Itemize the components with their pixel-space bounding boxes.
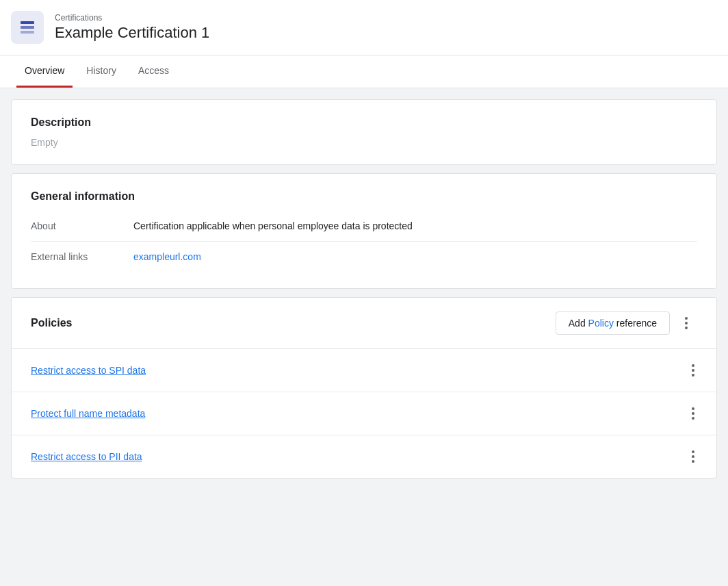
description-title: Description (31, 116, 697, 129)
policies-more-button[interactable] (675, 312, 697, 334)
add-button-prefix: Add (569, 318, 588, 329)
external-links-label: External links (31, 251, 106, 262)
policy-more-icon-fullname[interactable] (689, 405, 697, 422)
tab-access[interactable]: Access (130, 55, 177, 88)
add-policy-reference-button[interactable]: Add Policy reference (556, 311, 670, 335)
policy-item-fullname: Protect full name metadata (12, 392, 716, 435)
info-row-external-links: External links exampleurl.com (31, 242, 697, 272)
description-value: Empty (31, 137, 697, 148)
app-icon (11, 11, 44, 44)
policy-link-fullname[interactable]: Protect full name metadata (31, 408, 145, 419)
general-info-title: General information (31, 190, 697, 203)
main-content: Description Empty General information Ab… (0, 88, 728, 489)
svg-rect-1 (21, 26, 34, 29)
header-text: Certifications Example Certification 1 (55, 13, 209, 42)
more-dots-icon (682, 314, 690, 332)
description-card: Description Empty (11, 99, 717, 165)
about-value: Certification applicable when personal e… (133, 220, 413, 231)
policy-link-spi[interactable]: Restrict access to SPI data (31, 365, 146, 376)
about-label: About (31, 220, 106, 231)
page-header: Certifications Example Certification 1 (0, 0, 728, 55)
policies-header: Policies Add Policy reference (12, 298, 716, 349)
svg-rect-2 (21, 31, 34, 34)
info-row-about: About Certification applicable when pers… (31, 211, 697, 242)
policy-item-spi: Restrict access to SPI data (12, 349, 716, 392)
policies-title: Policies (31, 317, 72, 329)
page-title: Example Certification 1 (55, 24, 209, 42)
tabs-bar: Overview History Access (0, 55, 728, 88)
breadcrumb: Certifications (55, 13, 209, 23)
general-info-card: General information About Certification … (11, 173, 717, 289)
policies-actions: Add Policy reference (556, 311, 697, 335)
policies-card: Policies Add Policy reference Restrict a… (11, 297, 717, 479)
policy-more-icon-pii[interactable] (689, 448, 697, 466)
tab-history[interactable]: History (78, 55, 125, 88)
tab-overview[interactable]: Overview (16, 55, 73, 88)
policy-link-pii[interactable]: Restrict access to PII data (31, 451, 142, 462)
policy-item-pii: Restrict access to PII data (12, 435, 716, 478)
add-button-highlight: Policy (588, 318, 614, 329)
policy-more-icon-spi[interactable] (689, 361, 697, 379)
add-button-suffix: reference (614, 318, 657, 329)
svg-rect-0 (21, 21, 34, 24)
external-links-value[interactable]: exampleurl.com (133, 251, 201, 262)
